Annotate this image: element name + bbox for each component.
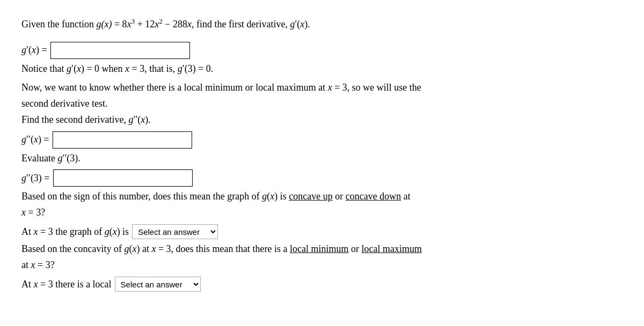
concavity-at-x-label: At x = 3 the graph of g(x) is bbox=[21, 224, 129, 240]
local-at-x-label: At x = 3 there is a local bbox=[21, 277, 112, 292]
local-select-row: At x = 3 there is a local Select an answ… bbox=[21, 277, 623, 292]
concavity-select[interactable]: Select an answer concave up concave down bbox=[132, 224, 218, 239]
concavity-question: Based on the sign of this number, does t… bbox=[21, 189, 623, 220]
g-double-prime-input-row: g′′(x) = bbox=[21, 131, 623, 149]
notice-text: Notice that g′(x) = 0 when x = 3, that i… bbox=[21, 61, 623, 77]
g-prime-input-row: g′(x) = bbox=[21, 42, 623, 59]
g-prime-label: g′(x) = bbox=[21, 42, 47, 58]
evaluate-text: Evaluate g′′(3). bbox=[21, 151, 623, 167]
g-double-prime-input[interactable] bbox=[53, 131, 192, 149]
local-select[interactable]: Select an answer local minimum local max… bbox=[115, 277, 201, 292]
g-prime-input[interactable] bbox=[50, 42, 190, 59]
g-double-prime-3-row: g′′(3) = bbox=[21, 169, 623, 187]
g-double-prime-label: g′′(x) = bbox=[21, 132, 49, 147]
problem-intro: Given the function g(x) = 8x3 + 12x2 − 2… bbox=[21, 16, 623, 32]
g-double-prime-3-input[interactable] bbox=[53, 169, 193, 187]
concavity-select-row: At x = 3 the graph of g(x) is Select an … bbox=[21, 224, 623, 240]
g-double-prime-3-label: g′′(3) = bbox=[21, 171, 50, 186]
local-question: Based on the concavity of g(x) at x = 3,… bbox=[21, 241, 623, 273]
intro-text: Given the function g(x) = 8x3 + 12x2 − 2… bbox=[21, 19, 310, 29]
second-deriv-intro: Now, we want to know whether there is a … bbox=[21, 80, 623, 128]
